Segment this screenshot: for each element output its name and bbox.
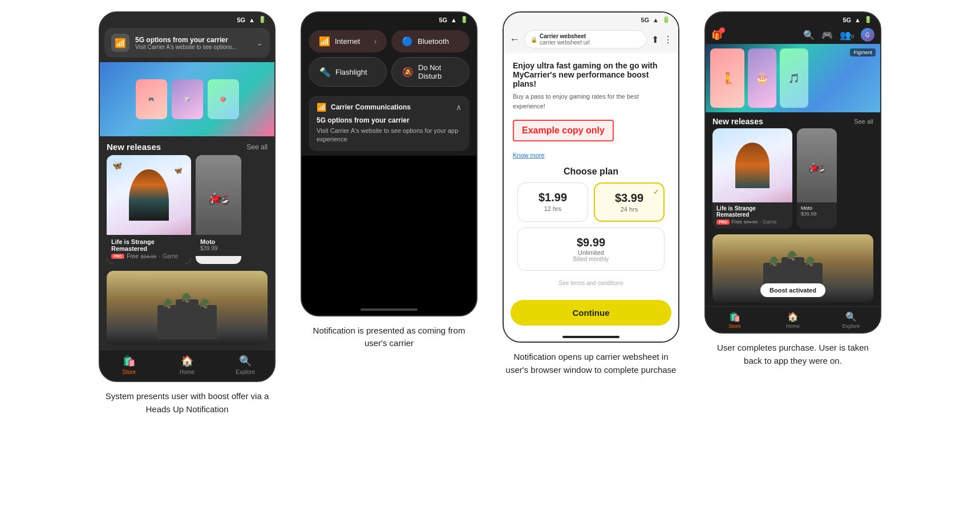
game-meta-life-4: PRO Free $24.99 · Game <box>716 219 788 225</box>
share-icon[interactable]: ⬆ <box>651 34 659 45</box>
banner-content-1: 🎮 🎲 🎯 <box>131 75 244 124</box>
nav-store-4[interactable]: 🛍️ Store <box>706 311 764 329</box>
plan-price-999: $9.99 <box>524 236 658 249</box>
explore-icon-1: 🔍 <box>239 355 252 367</box>
quick-tiles: 📶 Internet › 🔵 Bluetooth 🔦 Flashlight <box>302 26 476 91</box>
nav-explore-1[interactable]: 🔍 Explore <box>216 355 274 375</box>
tile-bluetooth[interactable]: 🔵 Bluetooth <box>391 30 469 52</box>
game-title-life-4: Life is Strange Remastered <box>716 205 788 218</box>
banner-image-1: 🎮 🎲 🎯 <box>100 62 274 136</box>
game-art-life-4 <box>712 128 792 202</box>
home-bar-3 <box>562 336 619 338</box>
know-more-link[interactable]: Know more <box>513 152 545 159</box>
carrier-chevron-icon: ∧ <box>456 103 461 112</box>
screenshot-col-4: 5G ▲ 🔋 🎁 ! 🔍 🎮 👥0 G 🧜 🎂 <box>699 11 887 367</box>
see-all-4[interactable]: See all <box>854 118 873 125</box>
nav-store-1[interactable]: 🛍️ Store <box>100 355 158 375</box>
phone-frame-4: 5G ▲ 🔋 🎁 ! 🔍 🎮 👥0 G 🧜 🎂 <box>704 11 881 334</box>
carrier-header-left: 📶 Carrier Communications <box>317 103 411 112</box>
websheet-content: Enjoy ultra fast gaming on the go with M… <box>504 53 678 300</box>
game-price-moto-4: $39.99 <box>801 211 833 217</box>
plan-unlimited: Unlimited <box>524 249 658 256</box>
caption-2: Notification is presented as coming from… <box>303 324 475 350</box>
caption-3: Notification opens up carrier websheet i… <box>505 351 677 376</box>
continue-button[interactable]: Continue <box>511 300 671 326</box>
big-game-card-1[interactable] <box>107 271 268 345</box>
section-header-1: New releases See all <box>100 136 274 155</box>
game-info-life-4: Life is Strange Remastered PRO Free $24.… <box>712 202 792 229</box>
nav-explore-4[interactable]: 🔍 Explore <box>822 311 880 329</box>
avatar-4[interactable]: G <box>861 28 874 42</box>
nav-label-store-4: Store <box>728 323 741 329</box>
browser-actions: ⬆ ⋮ <box>651 34 673 45</box>
browser-title: Carrier websheet <box>540 33 586 39</box>
headsup-notification[interactable]: 📶 5G options from your carrier Visit Car… <box>104 28 270 58</box>
gift-icon-container[interactable]: 🎁 ! <box>711 30 723 40</box>
url-bar[interactable]: 🔒 Carrier websheet carrier websheet url <box>524 30 647 48</box>
store-icon-4: 🛍️ <box>729 311 740 322</box>
game-info-moto-1: Moto $39.99 <box>196 235 241 256</box>
phone-frame-2: 5G ▲ 🔋 📶 Internet › 🔵 Bluetooth <box>301 11 477 316</box>
plan-card-199[interactable]: $1.99 12 hrs <box>517 182 588 222</box>
signal-icon-4: ▲ <box>855 17 861 23</box>
screenshot-col-2: 5G ▲ 🔋 📶 Internet › 🔵 Bluetooth <box>295 11 483 350</box>
status-5g-1: 5G <box>237 17 245 23</box>
banner-thumb4-1: 🧜 <box>710 48 744 108</box>
see-all-link-1[interactable]: See all <box>246 143 268 151</box>
game-art-moto-1: 🏍️ <box>196 155 241 235</box>
status-bar-4: 5G ▲ 🔋 <box>706 13 880 26</box>
tile-flashlight[interactable]: 🔦 Flashlight <box>309 57 387 87</box>
new-releases-4: New releases See all <box>706 112 880 128</box>
url-value: carrier websheet url <box>540 39 590 46</box>
tile-bluetooth-label: Bluetooth <box>418 37 449 46</box>
price-free-4: Free <box>731 219 742 225</box>
home-indicator-3 <box>504 332 678 342</box>
tile-internet-label: Internet <box>335 37 360 46</box>
wifi-icon: 📶 <box>319 36 330 47</box>
more-icon[interactable]: ⋮ <box>663 34 673 45</box>
people-icon-4[interactable]: 👥0 <box>840 30 854 40</box>
explore-icon-4: 🔍 <box>845 311 857 322</box>
flashlight-icon: 🔦 <box>319 67 331 78</box>
lock-icon: 🔒 <box>531 36 537 43</box>
battery-icon-2: 🔋 <box>460 16 468 23</box>
terms-link[interactable]: See terms and conditions <box>513 280 669 286</box>
game-type-1: · <box>159 253 160 259</box>
game-card-moto-4[interactable]: 🏍️ Moto $39.99 <box>797 128 837 229</box>
screenshots-row: 5G ▲ 🔋 📶 5G options from your carrier Vi… <box>93 11 887 416</box>
gamepad-icon-4[interactable]: 🎮 <box>821 30 833 40</box>
plan-card-999[interactable]: $9.99 Unlimited Billed monthly <box>517 227 665 271</box>
browser-bar: ← 🔒 Carrier websheet carrier websheet ur… <box>504 26 678 53</box>
big-game-art-1 <box>107 271 268 345</box>
game-info-moto-4: Moto $39.99 <box>797 202 837 221</box>
dot-4: · <box>759 219 761 225</box>
game-card-life-1[interactable]: Life is Strange Remastered PRO Free $24.… <box>107 155 191 264</box>
home-indicator-2 <box>361 308 418 311</box>
tile-internet[interactable]: 📶 Internet › <box>309 30 387 52</box>
big-card-4[interactable]: Boost activated <box>712 234 873 303</box>
check-icon: ✓ <box>653 188 659 196</box>
game-title-life-1: Life is Strange Remastered <box>111 238 187 252</box>
game-card-moto-1[interactable]: 🏍️ Moto $39.99 <box>196 155 241 264</box>
plan-title: Choose plan <box>513 166 669 177</box>
plan-price-199: $1.99 <box>524 191 582 204</box>
game-title-moto-1: Moto <box>200 238 237 245</box>
nav-home-4[interactable]: 🏠 Home <box>764 311 822 329</box>
plan-card-399[interactable]: ✓ $3.99 24 hrs <box>594 182 665 222</box>
soldier-3 <box>194 305 217 339</box>
carrier-notification[interactable]: 📶 Carrier Communications ∧ 5G options fr… <box>309 96 469 151</box>
notif-title: 5G options from your carrier <box>135 36 250 44</box>
carrier-notif-icon: 📶 <box>111 34 129 52</box>
ws-partial-text: Buy a pass to enjoy gaming rates for the… <box>513 92 669 111</box>
battery-icon-4: 🔋 <box>864 16 872 23</box>
status-5g-2: 5G <box>439 17 447 23</box>
tile-dnd[interactable]: 🔕 Do Not Disturb <box>391 57 469 87</box>
bluetooth-icon: 🔵 <box>402 36 413 47</box>
game-card-life-4[interactable]: Life is Strange Remastered PRO Free $24.… <box>712 128 792 229</box>
back-button[interactable]: ← <box>509 34 520 46</box>
soldiers-group-1 <box>157 299 217 345</box>
example-banner: Example copy only <box>513 120 614 141</box>
search-icon-4[interactable]: 🔍 <box>803 30 815 40</box>
game-title-moto-4: Moto <box>801 205 833 211</box>
nav-home-1[interactable]: 🏠 Home <box>158 355 216 375</box>
